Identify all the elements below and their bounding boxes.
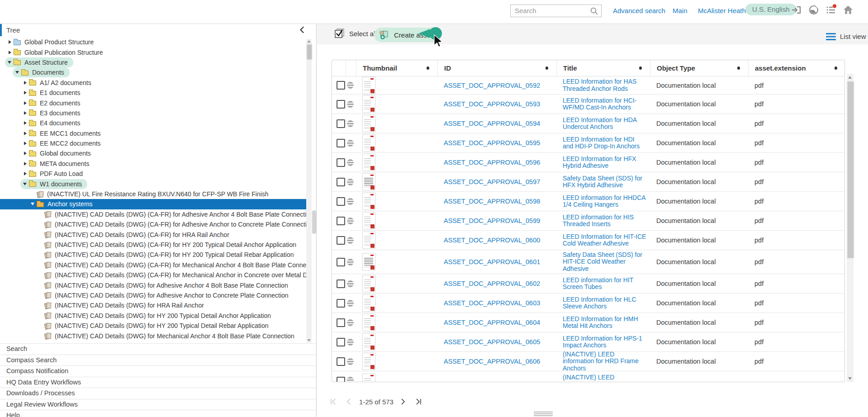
- asset-title-link[interactable]: LEED Information for HIT-ICE Cold Weathe…: [563, 233, 646, 247]
- table-row[interactable]: ASSET_DOC_APPROVAL_0603 LEED Information…: [332, 294, 844, 313]
- table-row[interactable]: ASSET_DOC_APPROVAL_0594 LEED Information…: [332, 114, 844, 133]
- row-checkbox[interactable]: [337, 81, 345, 90]
- asset-id-link[interactable]: ASSET_DOC_APPROVAL_0606: [444, 358, 540, 365]
- column-filter-icon[interactable]: [427, 66, 429, 70]
- tree-toggle-icon[interactable]: [23, 128, 29, 138]
- asset-id-link[interactable]: ASSET_DOC_APPROVAL_0600: [444, 237, 540, 244]
- row-menu-icon[interactable]: [347, 280, 354, 287]
- document-thumbnail[interactable]: [362, 253, 375, 270]
- asset-id-link[interactable]: ASSET_DOC_APPROVAL_0603: [444, 299, 540, 307]
- column-header[interactable]: ID: [437, 60, 556, 76]
- tree-item[interactable]: (INACTIVE) CAD Details (DWG) (CA-FR) for…: [0, 260, 306, 270]
- row-menu-icon[interactable]: [347, 159, 354, 166]
- table-row[interactable]: ASSET_DOC_APPROVAL_0604 LEED Information…: [332, 313, 844, 332]
- column-header[interactable]: Title: [556, 60, 650, 76]
- asset-id-link[interactable]: ASSET_DOC_APPROVAL_0601: [444, 258, 540, 265]
- tree-item[interactable]: (INACTIVE) CAD Details (DWG) for HRA Rai…: [0, 300, 306, 310]
- asset-title-link[interactable]: Safety Data Sheet (SDS) for HFX Hybrid A…: [563, 175, 646, 189]
- table-row[interactable]: ASSET_DOC_APPROVAL_0596 LEED Information…: [332, 153, 844, 172]
- tree-item[interactable]: (INACTIVE) CAD Details (DWG) (CA-FR) for…: [0, 240, 306, 250]
- tree-toggle-icon[interactable]: [23, 159, 29, 169]
- table-row[interactable]: ASSET_DOC_APPROVAL_0601 Safety Data Shee…: [332, 250, 844, 274]
- document-thumbnail[interactable]: [362, 115, 375, 132]
- asset-id-link[interactable]: ASSET_DOC_APPROVAL_0598: [444, 198, 540, 205]
- accordion-section[interactable]: HQ Data Entry Workflows: [0, 377, 316, 388]
- tree-item[interactable]: Global documents: [0, 148, 306, 158]
- scroll-up-icon[interactable]: [307, 40, 311, 43]
- table-row[interactable]: ASSET_DOC_APPROVAL_0600 LEED Information…: [332, 231, 844, 250]
- tree-item[interactable]: META documents: [0, 159, 306, 169]
- last-page-button[interactable]: [413, 398, 423, 406]
- document-thumbnail[interactable]: [362, 333, 375, 351]
- create-asset-button[interactable]: Create asset: [374, 28, 440, 42]
- tree-item[interactable]: W1 documents: [0, 179, 306, 189]
- next-page-button[interactable]: [399, 398, 407, 406]
- tree-item[interactable]: EE MCC1 documents: [0, 128, 306, 138]
- asset-id-link[interactable]: ASSET_DOC_APPROVAL_0592: [444, 82, 540, 89]
- tree-toggle-icon[interactable]: [23, 179, 29, 189]
- asset-title-link[interactable]: LEED information for HHDCA 1/4 Ceiling H…: [563, 194, 646, 208]
- scroll-down-icon[interactable]: [848, 377, 852, 380]
- table-row[interactable]: (INACTIVE) LEED information: [332, 371, 844, 382]
- document-thumbnail[interactable]: [362, 294, 375, 312]
- row-menu-icon[interactable]: [347, 358, 354, 365]
- tree-scrollbar-thumb[interactable]: [307, 44, 312, 60]
- document-thumbnail[interactable]: [362, 374, 375, 382]
- tree-item[interactable]: Asset Structure: [0, 57, 306, 67]
- tree-toggle-icon[interactable]: [23, 118, 29, 128]
- row-menu-icon[interactable]: [347, 140, 354, 147]
- row-menu-icon[interactable]: [347, 259, 354, 265]
- column-filter-icon[interactable]: [545, 66, 548, 70]
- tree-item[interactable]: (INACTIVE) CAD Details (DWG) (CA-FR) for…: [0, 219, 306, 229]
- row-checkbox[interactable]: [337, 100, 345, 109]
- accordion-section[interactable]: Compass Notification: [0, 365, 316, 377]
- tree-item[interactable]: A1/ A2 documents: [0, 78, 306, 88]
- row-menu-icon[interactable]: [347, 198, 354, 205]
- document-thumbnail[interactable]: [362, 134, 375, 152]
- recent-activity-icon[interactable]: [808, 4, 820, 16]
- asset-id-link[interactable]: ASSET_DOC_APPROVAL_0605: [444, 338, 540, 346]
- table-row[interactable]: ASSET_DOC_APPROVAL_0605 LEED Information…: [332, 332, 844, 352]
- accordion-section[interactable]: Downloads / Processes: [0, 388, 316, 399]
- tree-scrollbar[interactable]: [306, 39, 312, 343]
- row-checkbox[interactable]: [337, 119, 345, 128]
- table-row[interactable]: ASSET_DOC_APPROVAL_0597 Safety Data Shee…: [332, 172, 844, 192]
- search-icon[interactable]: [590, 7, 598, 15]
- document-thumbnail[interactable]: [362, 314, 375, 331]
- row-menu-icon[interactable]: [347, 319, 354, 326]
- asset-id-link[interactable]: ASSET_DOC_APPROVAL_0595: [444, 139, 540, 147]
- accordion-section[interactable]: Help: [0, 410, 316, 417]
- search-input[interactable]: [511, 5, 592, 16]
- tree-toggle-icon[interactable]: [23, 169, 29, 179]
- previous-page-button[interactable]: [345, 398, 353, 406]
- row-menu-icon[interactable]: [347, 218, 354, 224]
- row-checkbox[interactable]: [337, 280, 345, 288]
- asset-title-link[interactable]: LEED Information for HAS Threaded Anchor…: [563, 78, 646, 92]
- asset-title-link[interactable]: LEED information for HIS Threaded Insert…: [563, 214, 646, 228]
- table-scrollbar[interactable]: [847, 74, 854, 382]
- tree-toggle-icon[interactable]: [23, 98, 29, 108]
- asset-title-link[interactable]: LEED Information for HMH Metal Hit Ancho…: [563, 316, 646, 330]
- table-scrollbar-thumb[interactable]: [847, 81, 854, 258]
- document-thumbnail[interactable]: [362, 77, 375, 94]
- row-checkbox[interactable]: [337, 338, 345, 346]
- asset-id-link[interactable]: ASSET_DOC_APPROVAL_0596: [444, 159, 540, 166]
- column-header[interactable]: Object Type: [650, 60, 748, 76]
- tree-toggle-icon[interactable]: [23, 88, 29, 98]
- tree-toggle-icon[interactable]: [23, 148, 29, 158]
- horizontal-scroll-handle[interactable]: [534, 412, 553, 417]
- table-row[interactable]: ASSET_DOC_APPROVAL_0592 LEED Information…: [332, 76, 844, 95]
- tree-item[interactable]: Global Product Structure: [0, 37, 306, 47]
- asset-title-link[interactable]: LEED information for HIT Screen Tubes: [563, 277, 646, 291]
- tree-item[interactable]: (INACTIVE) CAD Details (DWG) for HY 200 …: [0, 321, 306, 331]
- document-thumbnail[interactable]: [362, 275, 375, 292]
- first-page-button[interactable]: [328, 398, 338, 406]
- document-thumbnail[interactable]: [362, 232, 375, 249]
- row-checkbox[interactable]: [337, 377, 345, 382]
- list-view-toggle[interactable]: List view: [826, 33, 866, 40]
- document-thumbnail[interactable]: [362, 193, 375, 210]
- document-thumbnail[interactable]: [362, 353, 375, 370]
- select-all-button[interactable]: Select all: [333, 28, 377, 39]
- row-checkbox[interactable]: [337, 357, 345, 366]
- tree-item[interactable]: EE MCC2 documents: [0, 138, 306, 148]
